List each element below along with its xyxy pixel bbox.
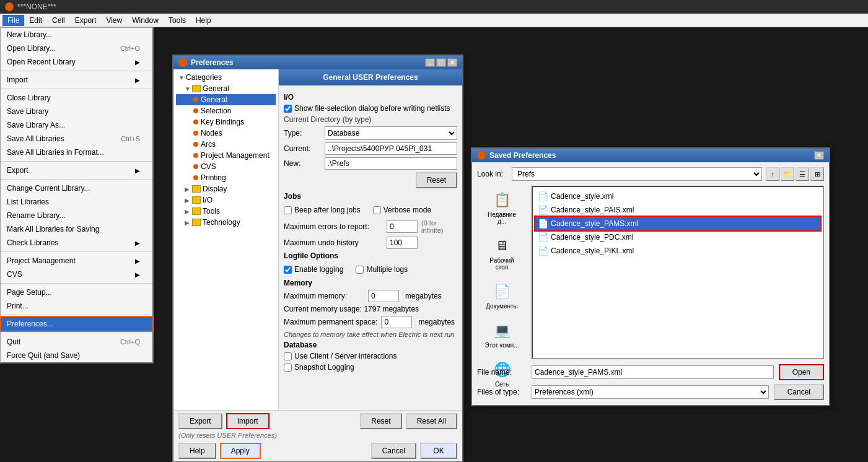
menu-file[interactable]: File — [2, 15, 24, 26]
tree-node-arcs[interactable]: Arcs — [176, 139, 276, 150]
tree-node-tools[interactable]: ▶ Tools — [176, 206, 276, 217]
tree-node-nodes[interactable]: Nodes — [176, 128, 276, 139]
cancel-btn[interactable]: Cancel — [371, 443, 416, 459]
file-name-input[interactable] — [532, 365, 774, 379]
open-btn[interactable]: Open — [779, 364, 824, 380]
new-folder-btn[interactable]: 📁 — [781, 167, 794, 181]
menu-item-preferences[interactable]: Preferences... — [1, 317, 152, 331]
menu-item-project-mgmt[interactable]: Project Management ▶ — [1, 254, 152, 268]
menu-item-force-quit[interactable]: Force Quit (and Save) — [1, 349, 152, 362]
enable-logging-checkbox[interactable] — [284, 266, 292, 274]
verbose-checkbox[interactable] — [373, 206, 381, 214]
import-btn[interactable]: Import — [226, 413, 270, 429]
menu-item-print[interactable]: Print... — [1, 299, 152, 313]
saved-pref-close-btn[interactable]: ✕ — [814, 151, 824, 160]
multiple-logs-row: Multiple logs — [356, 265, 408, 274]
menu-item-cvs[interactable]: CVS ▶ — [1, 268, 152, 281]
max-memory-input[interactable] — [368, 290, 399, 302]
apply-btn[interactable]: Apply — [220, 443, 261, 459]
file-cancel-btn[interactable]: Cancel — [774, 384, 824, 400]
reset-all-btn[interactable]: Reset All — [406, 413, 457, 429]
menu-item-rename-library[interactable]: Rename Library... — [1, 209, 152, 222]
location-recent[interactable]: 📋 Недавние д... — [480, 186, 524, 229]
snapshot-logging-checkbox[interactable] — [284, 364, 292, 372]
menu-item-mark-all[interactable]: Mark All Libraries for Saving — [1, 222, 152, 236]
tree-node-display[interactable]: ▶ Display — [176, 183, 276, 194]
look-in-select[interactable]: Prefs — [512, 167, 762, 181]
type-select[interactable]: Database — [325, 126, 457, 140]
ok-btn[interactable]: OK — [420, 443, 457, 459]
tree-node-project-mgmt[interactable]: Project Management — [176, 150, 276, 161]
location-documents[interactable]: 📄 Документы — [480, 277, 524, 314]
menu-item-save-library-as[interactable]: Save Library As... — [1, 118, 152, 132]
menu-window[interactable]: Window — [127, 15, 164, 26]
multiple-logs-checkbox[interactable] — [356, 266, 364, 274]
tree-node-general[interactable]: General — [176, 94, 276, 105]
menu-item-export[interactable]: Export ▶ — [1, 163, 152, 177]
menu-item-import[interactable]: Import ▶ — [1, 73, 152, 87]
client-server-checkbox[interactable] — [284, 352, 292, 360]
view-toggle-btn[interactable]: ☰ — [796, 167, 809, 181]
nav-up-btn[interactable]: ↑ — [766, 167, 779, 181]
menu-cell[interactable]: Cell — [47, 15, 70, 26]
show-file-dialog-checkbox[interactable] — [284, 105, 292, 113]
menu-item-quit[interactable]: Quit Ctrl+Q — [1, 335, 152, 349]
app-icon — [5, 2, 14, 11]
menu-tools[interactable]: Tools — [164, 15, 191, 26]
reset-btn[interactable]: Reset — [360, 413, 401, 429]
menu-item-page-setup[interactable]: Page Setup... — [1, 285, 152, 299]
menu-item-save-library[interactable]: Save Library — [1, 105, 152, 118]
bullet-icon — [193, 164, 198, 169]
file-item-cadence-pams[interactable]: 📄 Cadence_style_PAMS.xml — [535, 217, 820, 230]
reset-dir-btn[interactable]: Reset — [416, 172, 457, 188]
menu-export[interactable]: Export — [70, 15, 102, 26]
menu-item-close-library[interactable]: Close Library — [1, 91, 152, 105]
menu-item-open-library[interactable]: Open Library... Ctrl+O — [1, 41, 152, 55]
file-item-cadence-pikl[interactable]: 📄 Cadence_style_PIKL.xml — [535, 244, 820, 258]
file-item-cadence-pais[interactable]: 📄 Cadence_style_PAIS.xml — [535, 203, 820, 217]
tree-node-printing[interactable]: Printing — [176, 172, 276, 183]
menu-item-new-library[interactable]: New Library... — [1, 28, 152, 41]
verbose-label: Verbose mode — [384, 206, 431, 214]
max-undo-input[interactable] — [387, 237, 418, 249]
file-item-cadence-style[interactable]: 📄 Cadence_style.xml — [535, 190, 820, 203]
max-errors-input[interactable] — [387, 220, 418, 233]
menu-item-change-library[interactable]: Change Current Library... — [1, 181, 152, 195]
tree-node-technology[interactable]: ▶ Technology — [176, 217, 276, 228]
menu-item-open-recent[interactable]: Open Recent Library ▶ — [1, 55, 152, 69]
tree-node-cvs[interactable]: CVS — [176, 161, 276, 172]
minimize-btn[interactable]: _ — [425, 58, 435, 67]
file-type-label: Files of type: — [477, 388, 527, 396]
menu-edit[interactable]: Edit — [24, 15, 47, 26]
new-input[interactable] — [325, 157, 457, 170]
help-btn[interactable]: Help — [178, 443, 216, 459]
menu-item-save-all[interactable]: Save All Libraries Ctrl+S — [1, 132, 152, 146]
tree-node-selection[interactable]: Selection — [176, 105, 276, 116]
file-item-cadence-pdc[interactable]: 📄 Cadence_style_PDC.xml — [535, 230, 820, 244]
menu-item-check-libraries[interactable]: Check Libraries ▶ — [1, 236, 152, 250]
type-label: Type: — [284, 129, 321, 137]
tree-node-general-folder[interactable]: ▼ General — [176, 83, 276, 94]
maximize-btn[interactable]: □ — [436, 58, 446, 67]
menu-help[interactable]: Help — [191, 15, 216, 26]
file-type-select[interactable]: Preferences (xml) — [532, 385, 769, 399]
beep-label: Beep after long jobs — [294, 206, 361, 214]
tree-node-io[interactable]: ▶ I/O — [176, 194, 276, 206]
max-perm-input[interactable] — [381, 316, 412, 328]
max-memory-label: Maximum memory: — [284, 292, 364, 300]
menu-item-list-libraries[interactable]: List Libraries — [1, 195, 152, 209]
close-btn[interactable]: ✕ — [447, 58, 457, 67]
view-details-btn[interactable]: ⊞ — [810, 167, 824, 181]
beep-checkbox[interactable] — [284, 206, 292, 214]
pref-tree: ▼ Categories ▼ General General Selection… — [173, 69, 279, 410]
enable-logging-label: Enable logging — [294, 265, 343, 274]
tree-node-keybindings[interactable]: Key Bindings — [176, 116, 276, 128]
menu-item-save-all-format[interactable]: Save All Libraries in Format... — [1, 146, 152, 159]
desktop-label: Рабочий стол — [483, 257, 521, 271]
current-input[interactable] — [325, 142, 457, 155]
export-btn[interactable]: Export — [178, 413, 222, 429]
location-desktop[interactable]: 🖥 Рабочий стол — [480, 232, 524, 275]
location-computer[interactable]: 💻 Этот комп... — [480, 316, 524, 353]
enable-logging-row: Enable logging — [284, 265, 343, 274]
menu-view[interactable]: View — [101, 15, 127, 26]
